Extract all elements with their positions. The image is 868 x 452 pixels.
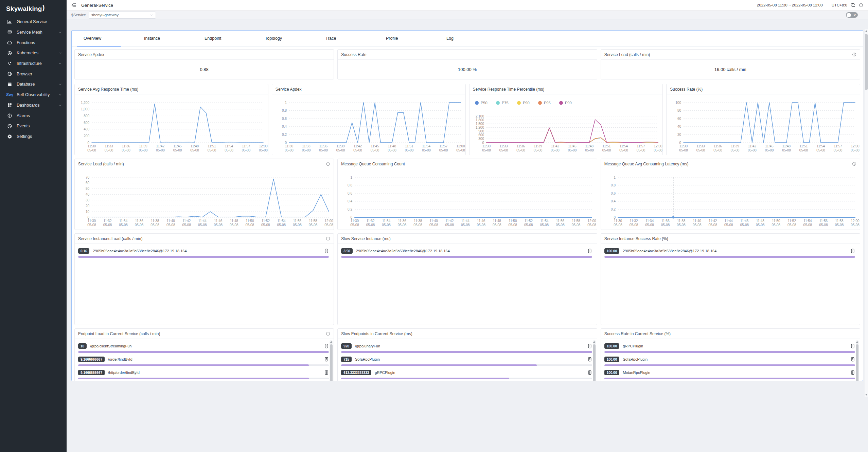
chevron-down-icon xyxy=(58,93,62,96)
info-icon[interactable] xyxy=(326,236,330,241)
tab-instance[interactable]: Instance xyxy=(132,31,193,46)
svg-text:0.8: 0.8 xyxy=(348,183,352,187)
tab-topology[interactable]: Topology xyxy=(253,31,314,46)
item-detail-icon[interactable] xyxy=(850,370,855,375)
item-detail-icon[interactable] xyxy=(587,370,592,375)
scroll-up-arrow-icon[interactable] xyxy=(593,341,595,343)
chart-body: 01020304050607011:3005-0811:3205-0811:34… xyxy=(75,169,334,230)
svg-text:11:34: 11:34 xyxy=(382,219,391,223)
svg-text:11:54: 11:54 xyxy=(277,219,286,223)
svg-text:0: 0 xyxy=(351,216,353,219)
value-badge: 100.00 xyxy=(604,343,620,349)
info-icon[interactable] xyxy=(852,162,856,166)
svg-text:05-08: 05-08 xyxy=(693,223,702,227)
tab-profile[interactable]: Profile xyxy=(374,31,435,46)
svg-text:05-08: 05-08 xyxy=(516,148,525,152)
list-scrollbar[interactable] xyxy=(330,340,333,381)
svg-text:11:54: 11:54 xyxy=(422,144,431,148)
sidebar-item-infrastructure[interactable]: Infrastructure xyxy=(0,58,67,69)
scroll-down-arrow-icon[interactable] xyxy=(865,394,867,396)
top-header: General-Service 2022-05-08 11:30 ~ 2022-… xyxy=(67,0,868,11)
sidebar-item-general-service[interactable]: General Service xyxy=(0,17,67,27)
info-icon[interactable] xyxy=(852,52,856,57)
svg-text:12:00: 12:00 xyxy=(259,144,267,148)
tab-endpoint[interactable]: Endpoint xyxy=(193,31,253,46)
svg-text:0: 0 xyxy=(87,141,89,145)
svg-text:11:54: 11:54 xyxy=(541,219,549,223)
info-icon[interactable] xyxy=(326,162,330,166)
scrollbar-thumb[interactable] xyxy=(593,344,596,381)
item-detail-icon[interactable] xyxy=(850,249,855,253)
time-range-picker[interactable]: 2022-05-08 11:30 ~ 2022-05-08 12:00 xyxy=(757,3,823,7)
card-title: Success Rate xyxy=(341,52,366,57)
list-scrollbar[interactable] xyxy=(593,340,596,381)
item-bar-fill xyxy=(604,378,855,379)
svg-text:11:58: 11:58 xyxy=(572,219,581,223)
scroll-up-arrow-icon[interactable] xyxy=(856,341,858,343)
svg-text:0.6: 0.6 xyxy=(282,117,287,121)
sidebar-item-alarms[interactable]: Alarms xyxy=(0,110,67,121)
svg-text:11:34: 11:34 xyxy=(645,219,654,223)
service-select[interactable]: shenyu-gateway xyxy=(89,12,156,19)
svg-text:05-08: 05-08 xyxy=(285,148,294,152)
chart-card-service-load-calls-min: Service Load (calls / min)01020304050607… xyxy=(74,159,334,230)
sidebar-item-dashboards[interactable]: Dashboards xyxy=(0,100,67,111)
card-title-bar: Service Instances Load (calls / min) xyxy=(75,234,334,244)
item-detail-icon[interactable] xyxy=(324,370,329,375)
svg-text:11:44: 11:44 xyxy=(724,219,733,223)
tab-log[interactable]: Log xyxy=(435,31,495,46)
sidebar-item-database[interactable]: Database xyxy=(0,79,67,90)
refresh-icon[interactable] xyxy=(851,3,855,7)
scrollbar-thumb[interactable] xyxy=(330,344,333,381)
svg-text:05-08: 05-08 xyxy=(461,223,470,227)
sidebar-item-browser[interactable]: Browser xyxy=(0,69,67,79)
svg-text:05-08: 05-08 xyxy=(803,223,812,227)
svg-text:05-08: 05-08 xyxy=(445,223,454,227)
info-icon[interactable] xyxy=(326,331,330,336)
svg-text:05-08: 05-08 xyxy=(398,223,407,227)
scrollbar-thumb[interactable] xyxy=(856,344,858,381)
sidebar-item-self-observability[interactable]: Sw)Self Observability xyxy=(0,90,67,100)
main-scrollbar[interactable] xyxy=(865,29,868,397)
chevron-down-icon xyxy=(58,51,62,55)
svg-text:0: 0 xyxy=(285,141,287,145)
item-detail-icon[interactable] xyxy=(324,357,329,362)
scroll-up-arrow-icon[interactable] xyxy=(330,341,332,343)
header-info-icon[interactable] xyxy=(859,3,863,7)
tab-overview[interactable]: Overview xyxy=(72,31,132,46)
view-mode-toggle[interactable]: V xyxy=(846,12,858,18)
item-detail-icon[interactable] xyxy=(324,344,329,348)
item-detail-icon[interactable] xyxy=(324,249,329,253)
item-detail-icon[interactable] xyxy=(587,357,592,362)
sidebar-item-events[interactable]: Events xyxy=(0,121,67,131)
sidebar-item-service-mesh[interactable]: Service Mesh xyxy=(0,27,67,38)
chevron-down-icon xyxy=(150,13,153,17)
dashboard-rows: Service Apdex0.88Success Rate100.00 %Ser… xyxy=(72,47,863,381)
svg-text:05-08: 05-08 xyxy=(585,148,594,152)
card-title: Service Instances Load (calls / min) xyxy=(78,236,142,241)
list-card-endpoint-load-in-current-service-calls-min: Endpoint Load in Current Service (calls … xyxy=(74,328,334,381)
scroll-up-arrow-icon[interactable] xyxy=(865,30,867,32)
item-detail-icon[interactable] xyxy=(850,357,855,362)
svg-text:05-08: 05-08 xyxy=(493,223,501,227)
item-detail-icon[interactable] xyxy=(850,344,855,348)
svg-text:12:00: 12:00 xyxy=(324,219,333,223)
collapse-sidebar-icon[interactable] xyxy=(71,3,76,8)
list-item: 3.502905b05eae4e4ae3a2a5b538ce8c2846@172… xyxy=(341,247,592,258)
sidebar-item-functions[interactable]: Functions xyxy=(0,37,67,48)
svg-text:0.4: 0.4 xyxy=(611,199,616,203)
list-scrollbar[interactable] xyxy=(856,340,859,381)
scrollbar-thumb[interactable] xyxy=(865,34,868,90)
tab-trace[interactable]: Trace xyxy=(314,31,374,46)
svg-text:11:45: 11:45 xyxy=(568,144,577,148)
item-detail-icon[interactable] xyxy=(587,249,592,253)
chart-body: 00.20.40.60.8111:3005-0811:3205-0811:340… xyxy=(601,169,860,230)
svg-text:11:52: 11:52 xyxy=(525,219,533,223)
svg-text:11:42: 11:42 xyxy=(551,144,559,148)
svg-text:11:45: 11:45 xyxy=(765,144,774,148)
sidebar-item-settings[interactable]: Settings xyxy=(0,131,67,142)
sidebar-item-kubernetes[interactable]: Kubernetes xyxy=(0,48,67,58)
stat-card-success-rate: Success Rate100.00 % xyxy=(337,49,597,79)
item-detail-icon[interactable] xyxy=(587,344,592,348)
list-body: 100.002905b05eae4e4ae3a2a5b538ce8c2846@1… xyxy=(601,244,860,258)
